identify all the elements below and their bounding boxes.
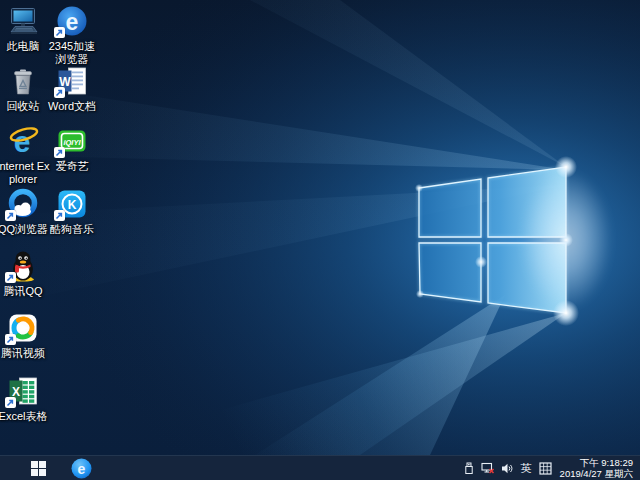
desktop-icon-label: 2345加速浏览器 (45, 40, 99, 66)
excel-icon: X (7, 375, 39, 407)
clock-date: 2019/4/27 星期六 (560, 468, 633, 479)
clock-time: 下午 9:18:29 (560, 457, 633, 468)
usb-tray-icon[interactable] (462, 456, 477, 480)
desktop-icon-label: 回收站 (0, 100, 50, 113)
shortcut-arrow-icon (5, 334, 16, 345)
qq-penguin-icon (7, 250, 39, 282)
desktop-icon-this-pc[interactable]: 此电脑 (0, 5, 50, 53)
internet-explorer-icon: e (7, 125, 39, 157)
shortcut-arrow-icon (5, 210, 16, 221)
desktop-icon-label: 此电脑 (0, 40, 50, 53)
screen: 此电脑 e 2345加速浏览器 (0, 0, 640, 480)
desktop-icon-tencent-video[interactable]: 腾讯视频 (0, 312, 50, 360)
desktop-icon-label: 爱奇艺 (45, 160, 99, 173)
desktop-icon-label: 腾讯视频 (0, 347, 50, 360)
2345-browser-taskbar-icon: e (71, 458, 92, 479)
desktop-icon-internet-explorer[interactable]: e Internet Explorer (0, 125, 50, 186)
desktop-icon-label: Word文档 (45, 100, 99, 113)
shortcut-arrow-icon (5, 397, 16, 408)
desktop-icon-label: 腾讯QQ (0, 285, 50, 298)
word-icon: W (56, 65, 88, 97)
desktop-icon-recycle-bin[interactable]: 回收站 (0, 65, 50, 113)
shortcut-arrow-icon (54, 210, 65, 221)
system-tray: 英 下午 9:18:29 2019/4/27 星期六 (460, 456, 640, 480)
svg-text:e: e (77, 460, 85, 476)
desktop-surface[interactable]: 此电脑 e 2345加速浏览器 (0, 0, 640, 455)
desktop-icon-iqiyi[interactable]: iQIYI 爱奇艺 (45, 125, 99, 173)
desktop-icon-word[interactable]: W Word文档 (45, 65, 99, 113)
desktop-icon-label: Excel表格 (0, 410, 50, 423)
shortcut-arrow-icon (54, 27, 65, 38)
desktop-icon-label: Internet Explorer (0, 160, 50, 186)
volume-tray-icon[interactable] (500, 456, 515, 480)
shortcut-arrow-icon (54, 87, 65, 98)
windows-logo-icon (31, 461, 46, 476)
tencent-video-icon (7, 312, 39, 344)
svg-text:K: K (68, 198, 77, 212)
desktop-icon-2345-browser[interactable]: e 2345加速浏览器 (45, 5, 99, 66)
svg-text:iQIYI: iQIYI (63, 138, 81, 147)
2345-browser-icon: e (56, 5, 88, 37)
language-indicator[interactable]: 英 (519, 461, 534, 476)
network-disconnected-tray-icon[interactable] (481, 456, 496, 480)
iqiyi-icon: iQIYI (56, 125, 88, 157)
desktop-icon-qq-browser[interactable]: QQ浏览器 (0, 188, 50, 236)
taskbar: e (0, 455, 640, 480)
desktop-icon-excel[interactable]: X Excel表格 (0, 375, 50, 423)
taskbar-2345-browser-button[interactable]: e (62, 456, 100, 480)
this-pc-icon (7, 5, 39, 37)
qq-browser-icon (7, 188, 39, 220)
shortcut-arrow-icon (5, 272, 16, 283)
start-button[interactable] (16, 456, 60, 480)
svg-text:e: e (66, 9, 79, 35)
shortcut-arrow-icon (54, 147, 65, 158)
recycle-bin-icon (7, 65, 39, 97)
ime-keyboard-icon[interactable] (538, 456, 553, 480)
kugou-music-icon: K (56, 188, 88, 220)
desktop-icon-label: QQ浏览器 (0, 223, 50, 236)
clock[interactable]: 下午 9:18:29 2019/4/27 星期六 (560, 457, 633, 479)
desktop-icon-label: 酷狗音乐 (45, 223, 99, 236)
desktop-icon-kugou-music[interactable]: K 酷狗音乐 (45, 188, 99, 236)
desktop-icon-tencent-qq[interactable]: 腾讯QQ (0, 250, 50, 298)
